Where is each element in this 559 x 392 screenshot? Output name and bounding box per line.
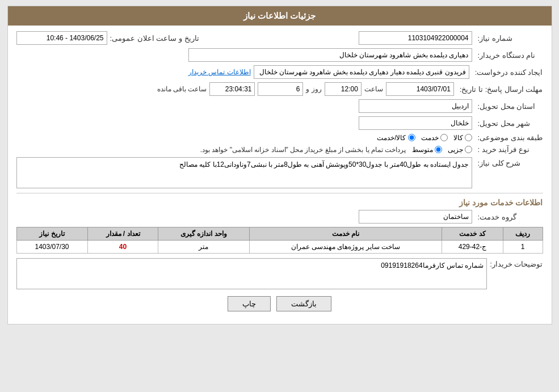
table-header-name: نام خدمت [249,227,442,241]
city-label: شهر محل تحویل: [475,119,543,128]
city-input[interactable] [359,116,472,130]
table-header-code: کد خدمت [442,227,503,241]
services-section-title: اطلاعات خدمات مورد نیاز [16,198,543,207]
buyer-description-label: توضیحات خریدار: [490,258,543,268]
category-option-both[interactable]: کالا/خدمت [377,134,415,142]
public-announce-label: تاریخ و ساعت اعلان عمومی: [110,34,199,43]
buyer-org-label: نام دستگاه خریدار: [475,51,543,60]
province-label: استان محل تحویل: [475,102,543,111]
buyer-description-textarea[interactable] [16,258,487,289]
table-row: 1 ج-42-429 ساخت سایر پروژه‌های مهندسی عم… [16,241,543,254]
need-number-label: شماره نیاز: [475,34,543,43]
deadline-time-input[interactable] [325,82,362,96]
table-header-row: ردیف [503,227,543,241]
deadline-remaining-input[interactable] [209,82,255,96]
creator-input[interactable] [254,65,469,79]
print-button[interactable]: چاپ [228,296,271,311]
category-radio-group: کالا خدمت کالا/خدمت [377,134,472,142]
purchase-type-medium[interactable]: متوسط [412,146,442,154]
purchase-type-label: نوع فرآیند خرید : [475,145,543,154]
public-announce-input[interactable] [16,31,107,45]
cell-row: 1 [503,241,543,254]
table-header-unit: واحد اندازه گیری [158,227,249,241]
province-input[interactable] [359,99,472,113]
category-option-goods[interactable]: کالا [453,134,472,142]
service-group-label: گروه خدمت: [475,213,543,221]
table-header-date: تاریخ نیاز [16,227,87,241]
cell-code: ج-42-429 [442,241,503,254]
need-description-textarea[interactable] [16,157,472,188]
deadline-day-label: روز و [306,85,321,93]
service-table: ردیف کد خدمت نام خدمت واحد اندازه گیری ت… [16,227,543,254]
purchase-type-radio-group: جزیی متوسط [412,146,472,154]
need-number-input[interactable] [359,31,472,45]
need-description-label: شرح کلی نیاز: [475,157,543,167]
category-label: طبقه بندی موضوعی: [475,133,543,142]
cell-unit: متر [158,241,249,254]
purchase-type-small[interactable]: جزیی [448,146,472,154]
contact-link[interactable]: اطلاعات تماس خریدار [188,68,251,76]
deadline-label: مهلت ارسال پاسخ: تا تاریخ: [457,85,543,94]
cell-name: ساخت سایر پروژه‌های مهندسی عمران [249,241,442,254]
purchase-type-desc: پرداخت تمام یا بخشی از مبلغ خریداز محل "… [200,146,406,154]
deadline-days-input[interactable] [258,82,303,96]
page-title: جزئیات اطلاعات نیاز [8,6,552,26]
deadline-date-input[interactable] [386,82,454,96]
cell-qty: 40 [87,241,158,254]
cell-date: 1403/07/30 [16,241,87,254]
back-button[interactable]: بازگشت [276,296,331,311]
creator-label: ایجاد کننده درخواست: [472,68,543,77]
deadline-remaining-label: ساعت باقی مانده [157,85,207,93]
deadline-time-label: ساعت [364,85,383,93]
category-option-service[interactable]: خدمت [421,134,448,142]
service-group-input[interactable] [359,210,472,224]
table-header-qty: تعداد / مقدار [87,227,158,241]
buyer-org-input[interactable] [188,48,472,62]
